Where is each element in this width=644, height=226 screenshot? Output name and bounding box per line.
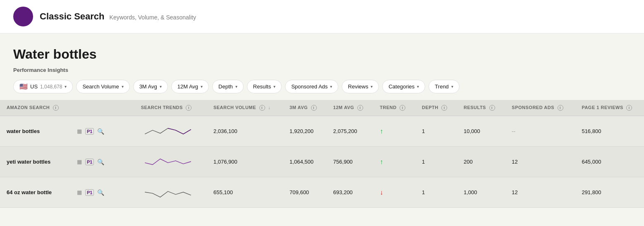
keyword-name: 64 oz water bottle xyxy=(7,189,73,195)
chevron-down-icon: ▾ xyxy=(273,84,275,89)
col-amazon-search: AMAZON SEARCH i xyxy=(0,100,134,116)
filter-us-label: US xyxy=(30,83,38,90)
chevron-down-icon: ▾ xyxy=(201,84,203,89)
filter-us-count: 1,048,678 xyxy=(40,84,62,90)
info-icon[interactable]: i xyxy=(186,105,192,111)
results-value: 10,000 xyxy=(457,116,505,147)
trend-value: ↑ xyxy=(373,147,415,177)
info-icon[interactable]: i xyxy=(311,105,317,111)
bar-chart-icon[interactable]: ▦ xyxy=(77,159,82,165)
12m-avg-value: 693,200 xyxy=(327,177,373,208)
app-subtitle: Keywords, Volume, & Seasonality xyxy=(110,14,196,21)
col-12m-avg: 12M AVG i xyxy=(327,100,373,116)
table-header-row: AMAZON SEARCH i SEARCH TRENDS i SEARCH V… xyxy=(0,100,644,116)
chevron-down-icon: ▾ xyxy=(330,84,332,89)
keyword-name: yeti water bottles xyxy=(7,159,73,165)
trend-down-icon: ↓ xyxy=(380,189,383,196)
depth-value: 1 xyxy=(415,116,457,147)
bar-chart-icon[interactable]: ▦ xyxy=(77,189,82,195)
filter-results-label: Results xyxy=(253,83,271,90)
page1-reviews-value: 645,000 xyxy=(575,147,644,177)
table-row: water bottles ▦ P1 🔍 2,036,100 xyxy=(0,116,644,147)
results-value: 1,000 xyxy=(457,177,505,208)
filter-trend[interactable]: Trend ▾ xyxy=(429,80,459,93)
search-volume-value: 655,100 xyxy=(207,177,283,208)
keyword-cell: water bottles ▦ P1 🔍 xyxy=(0,116,134,147)
col-search-trends: SEARCH TRENDS i xyxy=(134,100,207,116)
chevron-down-icon: ▾ xyxy=(451,84,453,89)
info-icon[interactable]: i xyxy=(259,105,265,111)
search-icon[interactable]: 🔍 xyxy=(97,159,104,165)
app-title: Classic Search xyxy=(40,11,105,22)
filter-categories-label: Categories xyxy=(388,83,414,90)
chevron-down-icon: ▾ xyxy=(160,84,162,89)
sort-desc-icon: ↓ xyxy=(268,105,271,110)
trend-value: ↓ xyxy=(373,177,415,208)
3m-avg-value: 1,920,200 xyxy=(283,116,327,147)
bar-chart-icon[interactable]: ▦ xyxy=(77,128,82,134)
search-volume-value: 1,076,900 xyxy=(207,147,283,177)
info-icon[interactable]: i xyxy=(357,105,363,111)
info-icon[interactable]: i xyxy=(400,105,405,111)
filter-categories[interactable]: Categories ▾ xyxy=(382,80,425,93)
sparkline-cell xyxy=(134,147,207,177)
filter-depth-label: Depth xyxy=(218,83,233,90)
p1-icon[interactable]: P1 xyxy=(85,159,94,165)
col-results: RESULTS i xyxy=(457,100,505,116)
sparkline-cell xyxy=(134,116,207,147)
filter-3m-avg[interactable]: 3M Avg ▾ xyxy=(133,80,168,93)
row-action-icons: ▦ P1 🔍 xyxy=(77,159,104,165)
info-icon[interactable]: i xyxy=(558,105,563,111)
page1-reviews-value: 291,800 xyxy=(575,177,644,208)
sponsored-ads-value: -- xyxy=(505,116,575,147)
filter-reviews[interactable]: Reviews ▾ xyxy=(342,80,379,93)
keyword-cell: yeti water bottles ▦ P1 🔍 xyxy=(0,147,134,177)
info-icon[interactable]: i xyxy=(626,105,632,111)
trend-value: ↑ xyxy=(373,116,415,147)
filters-row: 🇺🇸 US 1,048,678 ▾ Search Volume ▾ 3M Avg… xyxy=(13,80,631,93)
filter-search-volume[interactable]: Search Volume ▾ xyxy=(76,80,129,93)
filter-12m-avg[interactable]: 12M Avg ▾ xyxy=(171,80,209,93)
app-header: Classic Search Keywords, Volume, & Seaso… xyxy=(0,0,644,33)
page-title: Water bottles xyxy=(13,47,631,62)
info-icon[interactable]: i xyxy=(489,105,495,111)
filter-us[interactable]: 🇺🇸 US 1,048,678 ▾ xyxy=(13,80,73,93)
chevron-down-icon: ▾ xyxy=(235,84,237,89)
col-depth: DEPTH i xyxy=(415,100,457,116)
trend-up-icon: ↑ xyxy=(380,158,383,165)
sponsored-ads-value: 12 xyxy=(505,147,575,177)
sponsored-ads-value: 12 xyxy=(505,177,575,208)
col-sponsored-ads: SPONSORED ADS i xyxy=(505,100,575,116)
12m-avg-value: 2,075,200 xyxy=(327,116,373,147)
filter-depth[interactable]: Depth ▾ xyxy=(212,80,244,93)
filter-search-volume-label: Search Volume xyxy=(82,83,119,90)
keyword-cell: 64 oz water bottle ▦ P1 🔍 xyxy=(0,177,134,208)
col-page1-reviews: PAGE 1 REVIEWS i xyxy=(575,100,644,116)
info-icon[interactable]: i xyxy=(441,105,447,111)
row-action-icons: ▦ P1 🔍 xyxy=(77,128,104,135)
3m-avg-value: 1,064,500 xyxy=(283,147,327,177)
us-flag-icon: 🇺🇸 xyxy=(19,83,28,90)
p1-icon[interactable]: P1 xyxy=(85,189,94,196)
p1-icon[interactable]: P1 xyxy=(85,128,94,135)
depth-value: 1 xyxy=(415,147,457,177)
12m-avg-value: 756,900 xyxy=(327,147,373,177)
results-table-container: AMAZON SEARCH i SEARCH TRENDS i SEARCH V… xyxy=(0,100,644,208)
col-search-volume[interactable]: SEARCH VOLUME i ↓ xyxy=(207,100,283,116)
logo-circle xyxy=(13,7,33,26)
info-icon[interactable]: i xyxy=(53,105,59,111)
chevron-down-icon: ▾ xyxy=(65,84,67,89)
keyword-name: water bottles xyxy=(7,128,73,134)
filter-results[interactable]: Results ▾ xyxy=(247,80,282,93)
3m-avg-value: 709,600 xyxy=(283,177,327,208)
sparkline-cell xyxy=(134,177,207,208)
filter-reviews-label: Reviews xyxy=(348,83,368,90)
filter-sponsored-ads[interactable]: Sponsored Ads ▾ xyxy=(285,80,338,93)
table-row: 64 oz water bottle ▦ P1 🔍 655,100 709,60… xyxy=(0,177,644,208)
chevron-down-icon: ▾ xyxy=(371,84,373,89)
section-label: Performance Insights xyxy=(13,67,631,73)
col-trend: TREND i xyxy=(373,100,415,116)
trend-up-icon: ↑ xyxy=(380,128,383,135)
search-icon[interactable]: 🔍 xyxy=(97,189,104,196)
search-icon[interactable]: 🔍 xyxy=(97,128,104,135)
